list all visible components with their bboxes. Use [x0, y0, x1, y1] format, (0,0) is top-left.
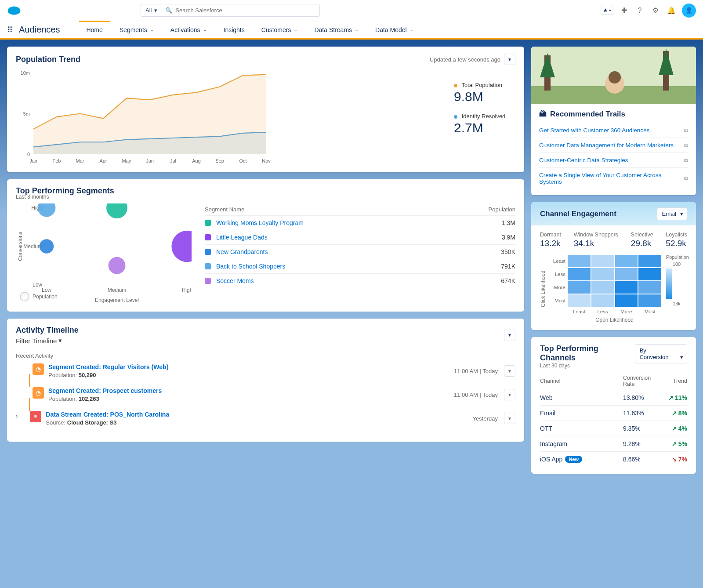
app-nav: ⠿ Audiences HomeSegments ⌄Activations ⌄I…: [0, 21, 703, 40]
segment-row[interactable]: Back to School Shoppers 791K: [205, 259, 515, 273]
svg-text:Nov: Nov: [262, 158, 271, 163]
setup-button[interactable]: ⚙: [650, 5, 661, 16]
channel-name: Instagram: [540, 440, 567, 447]
trail-link[interactable]: Get Started with Customer 360 Audiences⧉: [539, 123, 688, 138]
svg-text:5m: 5m: [23, 111, 30, 116]
segment-name-link[interactable]: Soccer Moms: [216, 277, 501, 284]
stat-label: Dormant: [540, 232, 561, 238]
tab-insights[interactable]: Insights: [217, 22, 252, 38]
activity-title-link[interactable]: Segment Created: Prospect customers: [48, 387, 162, 394]
svg-point-23: [106, 203, 127, 218]
app-launcher-button[interactable]: ⠿: [7, 25, 13, 35]
card-menu-button[interactable]: ▼: [504, 54, 515, 65]
heatmap-cell[interactable]: [568, 255, 591, 267]
legend-item: Identity Resolved 2.7M: [454, 113, 515, 135]
segment-swatch: [205, 234, 211, 240]
user-avatar[interactable]: 👤: [682, 4, 696, 18]
heatmap-cell[interactable]: [638, 281, 661, 294]
svg-point-38: [609, 71, 621, 83]
tab-home[interactable]: Home: [79, 21, 109, 38]
svg-text:Apr: Apr: [99, 158, 107, 163]
svg-text:Aug: Aug: [192, 158, 201, 163]
trailhead-icon: 🏔: [539, 110, 547, 119]
channel-name: OTT: [540, 425, 552, 432]
heatmap-cell[interactable]: [638, 255, 661, 267]
heatmap-cell[interactable]: [615, 294, 638, 307]
svg-point-0: [8, 6, 21, 15]
segment-name-link[interactable]: Little League Dads: [216, 234, 502, 241]
heatmap-cell[interactable]: [638, 268, 661, 280]
activity-menu-button[interactable]: ▼: [504, 413, 515, 424]
stat-label: Selective: [631, 232, 653, 238]
external-link-icon: ⧉: [684, 157, 688, 163]
expand-chevron[interactable]: ›: [16, 413, 18, 419]
tab-activations[interactable]: Activations ⌄: [163, 22, 214, 38]
trail-link[interactable]: Customer Data Management for Modern Mark…: [539, 138, 688, 153]
trend-value: ↘7%: [663, 456, 687, 463]
channels-sort-dropdown[interactable]: By Conversion ▾: [635, 344, 687, 363]
timeline-menu-button[interactable]: ▼: [504, 330, 515, 341]
search-scope-dropdown[interactable]: All▾: [141, 4, 162, 17]
heatmap-cell[interactable]: [591, 281, 614, 294]
legend-min: 13k: [666, 301, 687, 306]
stat-value: 13.2k: [540, 239, 561, 248]
heatmap-cell[interactable]: [591, 268, 614, 280]
segment-population: 791K: [501, 263, 515, 270]
activity-timestamp: 11:00 AM | Today: [454, 392, 498, 398]
trailhead-hero-image: [531, 47, 696, 104]
segment-swatch: [205, 249, 211, 255]
channel-engagement-card: Channel Engagement Email ▾ Dormant 13.2k…: [531, 202, 696, 330]
heatmap-cell[interactable]: [615, 268, 638, 280]
svg-text:Jan: Jan: [29, 158, 37, 163]
favorites-button[interactable]: ★▾: [601, 6, 613, 15]
tab-data-model[interactable]: Data Model ⌄: [368, 22, 420, 38]
activity-timeline-card: Activity Timeline Filter Timeline▾ ▼ Rec…: [7, 319, 524, 442]
notifications-button[interactable]: 🔔: [666, 5, 677, 16]
segment-row[interactable]: Working Moms Loyalty Program 1.3M: [205, 215, 515, 230]
tab-data-streams[interactable]: Data Streams ⌄: [307, 22, 366, 38]
search-input[interactable]: [162, 4, 320, 17]
segments-bubble-chart: HighMediumLowConversionsLowMediumHighEng…: [16, 203, 192, 305]
tab-segments[interactable]: Segments ⌄: [112, 22, 161, 38]
trail-link[interactable]: Create a Single View of Your Customer Ac…: [539, 168, 688, 189]
heatmap-cell[interactable]: [591, 294, 614, 307]
activity-menu-button[interactable]: ▼: [504, 365, 515, 377]
heatmap-cell[interactable]: [638, 294, 661, 307]
segment-name-link[interactable]: New Grandparents: [216, 248, 501, 255]
filter-timeline-dropdown[interactable]: Filter Timeline▾: [16, 337, 79, 345]
trail-link[interactable]: Customer-Centric Data Strategies⧉: [539, 153, 688, 168]
heatmap-cell[interactable]: [591, 255, 614, 267]
segment-row[interactable]: Soccer Moms 674K: [205, 273, 515, 288]
last-updated-label: Updated a few seconds ago: [430, 56, 500, 63]
svg-point-27: [109, 257, 126, 274]
recent-activity-label: Recent Activity: [16, 352, 515, 359]
heatmap-cell[interactable]: [568, 294, 591, 307]
activity-title-link[interactable]: Segment Created: Regular Visitors (Web): [48, 363, 168, 370]
card-title: Channel Engagement: [540, 210, 616, 218]
activity-menu-button[interactable]: ▼: [504, 389, 515, 400]
segment-swatch: [205, 220, 211, 226]
svg-text:Low: Low: [42, 287, 51, 293]
heatmap-row-label: Less: [551, 272, 567, 277]
heatmap-cell[interactable]: [615, 255, 638, 267]
segment-row[interactable]: Little League Dads 3.9M: [205, 230, 515, 244]
conversion-rate: 9.35%: [623, 425, 663, 432]
svg-text:Mar: Mar: [76, 158, 84, 163]
segment-name-link[interactable]: Working Moms Loyalty Program: [216, 219, 502, 226]
stat-label: Window Shoppers: [574, 232, 618, 238]
add-button[interactable]: ✚: [619, 5, 629, 16]
tab-customers[interactable]: Customers ⌄: [254, 22, 305, 38]
col-population: Population: [489, 206, 515, 213]
heatmap-cell[interactable]: [568, 281, 591, 294]
activity-title-link[interactable]: Data Stream Created: POS_North Carolina: [46, 411, 169, 418]
segment-row[interactable]: New Grandparents 350K: [205, 244, 515, 259]
help-button[interactable]: ?: [634, 5, 645, 16]
engagement-stat: Dormant 13.2k: [540, 232, 561, 248]
segment-name-link[interactable]: Back to School Shoppers: [216, 263, 501, 270]
star-icon: ★: [603, 7, 608, 14]
heatmap-cell[interactable]: [615, 281, 638, 294]
svg-text:Conversions: Conversions: [17, 232, 23, 261]
heatmap-cell[interactable]: [568, 268, 591, 280]
channel-selector-dropdown[interactable]: Email ▾: [657, 207, 687, 220]
segment-swatch: [205, 278, 211, 284]
